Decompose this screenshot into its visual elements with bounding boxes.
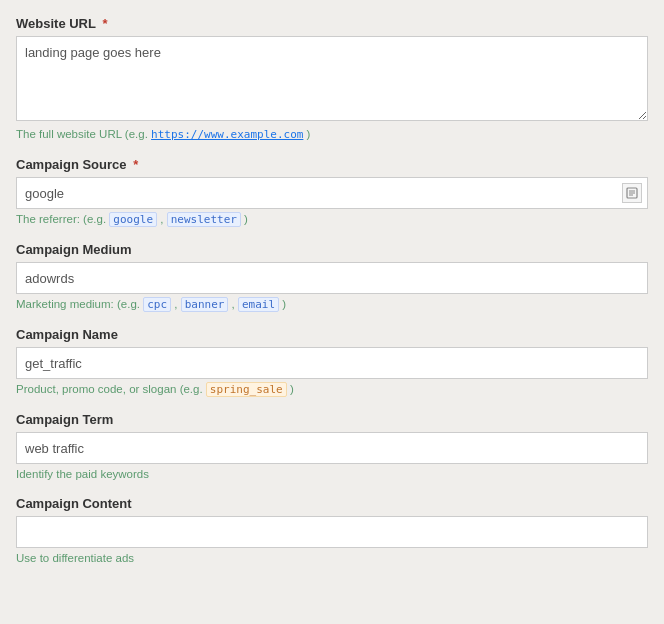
required-star: * [99, 16, 108, 31]
hint-banner: banner [181, 297, 229, 312]
campaign-name-section: Campaign Name Product, promo code, or sl… [16, 327, 648, 396]
campaign-content-hint: Use to differentiate ads [16, 552, 648, 564]
campaign-content-section: Campaign Content Use to differentiate ad… [16, 496, 648, 564]
campaign-medium-label: Campaign Medium [16, 242, 648, 257]
hint-email: email [238, 297, 279, 312]
campaign-content-input[interactable] [16, 516, 648, 548]
campaign-source-label: Campaign Source * [16, 157, 648, 172]
source-icon[interactable] [622, 183, 642, 203]
hint-cpc: cpc [143, 297, 171, 312]
campaign-source-section: Campaign Source * The referrer: (e.g. go… [16, 157, 648, 226]
campaign-source-input-wrapper [16, 177, 648, 209]
campaign-medium-section: Campaign Medium Marketing medium: (e.g. … [16, 242, 648, 311]
campaign-medium-input[interactable] [16, 262, 648, 294]
hint-google: google [109, 212, 157, 227]
campaign-content-label: Campaign Content [16, 496, 648, 511]
website-url-input[interactable]: landing page goes here [16, 36, 648, 121]
campaign-medium-hint: Marketing medium: (e.g. cpc , banner , e… [16, 298, 648, 311]
campaign-name-input-wrapper [16, 347, 648, 379]
required-star-source: * [130, 157, 139, 172]
campaign-name-input[interactable] [16, 347, 648, 379]
campaign-name-hint: Product, promo code, or slogan (e.g. spr… [16, 383, 648, 396]
campaign-content-input-wrapper [16, 516, 648, 548]
campaign-term-input[interactable] [16, 432, 648, 464]
campaign-term-input-wrapper [16, 432, 648, 464]
campaign-term-section: Campaign Term Identify the paid keywords [16, 412, 648, 480]
website-url-label: Website URL * [16, 16, 648, 31]
hint-url: https://www.example.com [151, 128, 303, 141]
campaign-term-label: Campaign Term [16, 412, 648, 427]
website-url-section: Website URL * landing page goes here The… [16, 16, 648, 141]
campaign-name-label: Campaign Name [16, 327, 648, 342]
campaign-source-hint: The referrer: (e.g. google , newsletter … [16, 213, 648, 226]
hint-newsletter: newsletter [167, 212, 241, 227]
hint-spring-sale: spring_sale [206, 382, 287, 397]
campaign-source-input[interactable] [16, 177, 648, 209]
campaign-term-hint: Identify the paid keywords [16, 468, 648, 480]
website-url-hint: The full website URL (e.g. https://www.e… [16, 128, 648, 141]
campaign-medium-input-wrapper [16, 262, 648, 294]
